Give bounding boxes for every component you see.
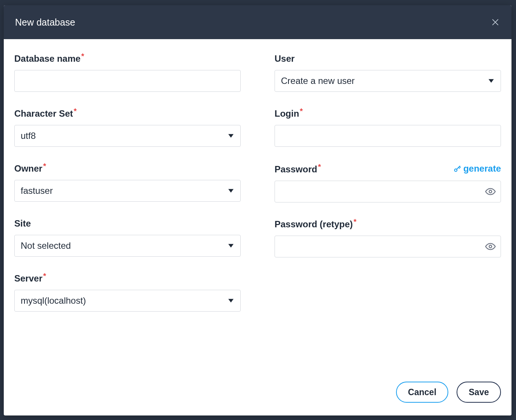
field-password: Password* generate [275,163,501,202]
close-button[interactable] [490,17,500,27]
key-icon [454,165,461,172]
owner-select[interactable]: fastuser [14,180,241,202]
database-name-input[interactable] [14,70,241,92]
field-password-retype: Password (retype)* [275,219,501,257]
left-column: Database name* Character Set* utf8 [14,53,241,367]
field-login: Login* [275,108,501,147]
modal-body: Database name* Character Set* utf8 [4,39,511,374]
character-set-label: Character Set [14,108,73,119]
required-indicator: * [354,218,357,226]
password-input[interactable] [275,181,501,202]
field-user: User Create a new user [275,53,501,92]
eye-icon [485,241,496,252]
user-label: User [275,53,294,64]
required-indicator: * [318,163,321,171]
modal-footer: Cancel Save [4,374,511,415]
new-database-modal: New database Database name* C [4,5,511,415]
toggle-password-visibility[interactable] [485,186,496,197]
login-input[interactable] [275,125,501,147]
cancel-button[interactable]: Cancel [396,382,448,403]
generate-password-link[interactable]: generate [454,163,501,174]
field-server: Server* mysql(localhost) [14,273,241,312]
required-indicator: * [43,272,46,280]
chevron-down-icon [228,299,234,303]
toggle-password-retype-visibility[interactable] [485,241,496,252]
owner-label: Owner [14,163,42,173]
save-button[interactable]: Save [457,382,501,403]
password-retype-input[interactable] [275,236,501,257]
chevron-down-icon [228,189,234,193]
required-indicator: * [300,107,303,115]
field-database-name: Database name* [14,53,241,92]
svg-point-2 [489,245,492,248]
field-owner: Owner* fastuser [14,163,241,202]
password-retype-label: Password (retype) [275,219,353,229]
close-icon [490,17,500,27]
required-indicator: * [74,107,77,115]
right-column: User Create a new user Login* [275,53,501,367]
login-label: Login [275,108,299,119]
svg-point-1 [489,190,492,193]
modal-title: New database [15,17,75,28]
database-name-label: Database name [14,53,80,64]
required-indicator: * [43,162,46,170]
server-label: Server [14,273,42,283]
password-label: Password [275,164,317,174]
site-label: Site [14,218,31,228]
server-select[interactable]: mysql(localhost) [14,290,241,312]
chevron-down-icon [489,79,494,83]
modal-header: New database [4,5,511,39]
user-select[interactable]: Create a new user [275,70,501,92]
chevron-down-icon [228,244,234,248]
character-set-select[interactable]: utf8 [14,125,241,147]
chevron-down-icon [228,134,234,138]
required-indicator: * [81,52,84,60]
field-character-set: Character Set* utf8 [14,108,241,147]
eye-icon [485,186,496,197]
field-site: Site Not selected [14,218,241,257]
site-select[interactable]: Not selected [14,235,241,257]
